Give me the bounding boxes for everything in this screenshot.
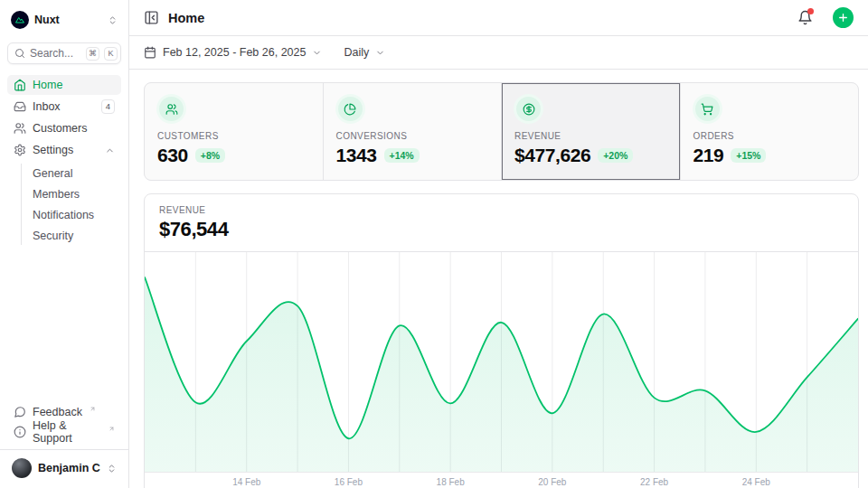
sidebar-nav: Home Inbox 4 Customers Settings Ge bbox=[7, 75, 121, 245]
x-tick-label: 24 Feb bbox=[742, 477, 770, 487]
external-link-icon bbox=[90, 406, 96, 412]
stat-revenue[interactable]: REVENUE $477,626 +20% bbox=[502, 83, 680, 180]
chevron-down-icon bbox=[375, 48, 385, 58]
stat-label: ORDERS bbox=[693, 131, 846, 141]
stat-customers[interactable]: CUSTOMERS 630 +8% bbox=[145, 83, 323, 180]
user-avatar bbox=[12, 458, 32, 478]
chart-current-value: $76,544 bbox=[159, 218, 844, 241]
info-circle-icon bbox=[14, 426, 26, 438]
stat-delta-badge: +8% bbox=[195, 148, 225, 163]
gear-icon bbox=[14, 144, 26, 156]
sidebar-item-label: Inbox bbox=[33, 100, 61, 113]
x-tick-label: 16 Feb bbox=[335, 477, 363, 487]
inbox-icon bbox=[14, 100, 26, 113]
x-tick-label: 20 Feb bbox=[538, 477, 566, 487]
search-icon bbox=[14, 48, 25, 59]
sidebar-subitem-label: Security bbox=[33, 230, 73, 242]
home-icon bbox=[14, 79, 26, 91]
x-tick-label: 18 Feb bbox=[437, 477, 465, 487]
sidebar-item-customers[interactable]: Customers bbox=[7, 118, 121, 138]
workspace-name: Nuxt bbox=[34, 14, 102, 26]
revenue-chart[interactable] bbox=[145, 252, 858, 473]
chevron-up-icon bbox=[105, 145, 115, 155]
stat-value: 219 bbox=[693, 145, 724, 166]
sidebar-item-label: Customers bbox=[33, 122, 87, 135]
stat-label: CONVERSIONS bbox=[336, 131, 489, 141]
help-support-link[interactable]: Help & Support bbox=[7, 422, 121, 442]
sidebar-item-label: Settings bbox=[33, 144, 73, 156]
sidebar: Nuxt Search... ⌘ K Home Inbox 4 bbox=[0, 0, 129, 488]
chevrons-up-down-icon bbox=[108, 15, 118, 25]
filters-toolbar: Feb 12, 2025 - Feb 26, 2025 Daily bbox=[129, 36, 868, 70]
x-tick-label: 14 Feb bbox=[232, 477, 260, 487]
message-circle-icon bbox=[14, 406, 26, 418]
stat-value: 1343 bbox=[336, 145, 377, 166]
sidebar-item-notifications[interactable]: Notifications bbox=[22, 205, 121, 224]
x-tick-label: 22 Feb bbox=[640, 477, 668, 487]
sidebar-item-members[interactable]: Members bbox=[22, 184, 121, 203]
sidebar-divider bbox=[0, 449, 128, 450]
stat-value: $477,626 bbox=[514, 145, 590, 166]
sidebar-subitem-label: General bbox=[33, 167, 72, 180]
stat-value: 630 bbox=[157, 145, 188, 166]
settings-submenu: General Members Notifications Security bbox=[21, 164, 121, 245]
calendar-icon bbox=[144, 46, 156, 59]
plus-icon bbox=[837, 12, 849, 23]
date-range-picker[interactable]: Feb 12, 2025 - Feb 26, 2025 bbox=[144, 46, 322, 59]
stat-delta-badge: +15% bbox=[731, 148, 766, 163]
page-header: Home bbox=[129, 0, 868, 36]
notification-dot bbox=[807, 8, 814, 14]
chevrons-up-down-icon bbox=[107, 464, 117, 474]
page-title: Home bbox=[168, 11, 788, 25]
main-panel: Home Feb 12, 2025 - Feb 26, 2025 Daily bbox=[129, 0, 868, 488]
stat-conversions[interactable]: CONVERSIONS 1343 +14% bbox=[324, 83, 502, 180]
user-name: Benjamin Canac bbox=[38, 462, 100, 474]
stat-delta-badge: +20% bbox=[598, 148, 633, 163]
cmd-key-badge: ⌘ bbox=[86, 47, 99, 61]
feedback-label: Feedback bbox=[33, 406, 82, 418]
cart-icon bbox=[695, 97, 720, 121]
sidebar-item-settings[interactable]: Settings bbox=[7, 140, 121, 160]
interval-value: Daily bbox=[344, 46, 369, 59]
revenue-chart-svg bbox=[145, 252, 858, 472]
external-link-icon bbox=[108, 426, 115, 432]
sidebar-item-inbox[interactable]: Inbox 4 bbox=[7, 97, 121, 117]
stat-label: CUSTOMERS bbox=[157, 131, 310, 141]
x-axis-ticks: 14 Feb16 Feb18 Feb20 Feb22 Feb24 Feb bbox=[145, 473, 858, 488]
stat-label: REVENUE bbox=[514, 131, 667, 141]
pie-chart-icon bbox=[338, 97, 363, 121]
sidebar-item-security[interactable]: Security bbox=[22, 226, 121, 245]
stat-delta-badge: +14% bbox=[384, 148, 420, 163]
help-support-label: Help & Support bbox=[33, 419, 101, 445]
sidebar-item-general[interactable]: General bbox=[22, 164, 121, 183]
dashboard-content: CUSTOMERS 630 +8% CONVERSIONS 1343 +14% bbox=[129, 70, 868, 488]
revenue-chart-card: REVENUE $76,544 14 Feb16 Feb18 Feb20 bbox=[144, 193, 859, 488]
add-button[interactable] bbox=[833, 7, 854, 28]
notifications-button[interactable] bbox=[797, 10, 813, 25]
stats-row: CUSTOMERS 630 +8% CONVERSIONS 1343 +14% bbox=[144, 82, 859, 181]
dollar-circle-icon bbox=[516, 97, 541, 121]
sidebar-spacer bbox=[7, 245, 121, 402]
chevron-down-icon bbox=[312, 48, 322, 58]
users-icon bbox=[14, 122, 26, 135]
nuxt-logo-icon bbox=[11, 11, 29, 29]
k-key-badge: K bbox=[104, 47, 118, 61]
chart-header: REVENUE $76,544 bbox=[145, 194, 858, 252]
workspace-switcher[interactable]: Nuxt bbox=[7, 9, 121, 31]
sidebar-subitem-label: Members bbox=[33, 188, 80, 201]
sidebar-item-label: Home bbox=[33, 79, 62, 91]
user-menu[interactable]: Benjamin Canac bbox=[7, 454, 121, 483]
sidebar-subitem-label: Notifications bbox=[33, 209, 94, 221]
interval-select[interactable]: Daily bbox=[344, 46, 385, 59]
collapse-sidebar-icon[interactable] bbox=[144, 10, 159, 25]
chart-title: REVENUE bbox=[159, 205, 844, 215]
date-range-value: Feb 12, 2025 - Feb 26, 2025 bbox=[163, 46, 306, 59]
inbox-count-badge: 4 bbox=[101, 99, 115, 114]
users-icon bbox=[159, 97, 184, 121]
search-input[interactable]: Search... ⌘ K bbox=[7, 42, 121, 64]
stat-orders[interactable]: ORDERS 219 +15% bbox=[681, 83, 859, 180]
sidebar-item-home[interactable]: Home bbox=[7, 75, 121, 95]
search-placeholder: Search... bbox=[30, 47, 81, 60]
